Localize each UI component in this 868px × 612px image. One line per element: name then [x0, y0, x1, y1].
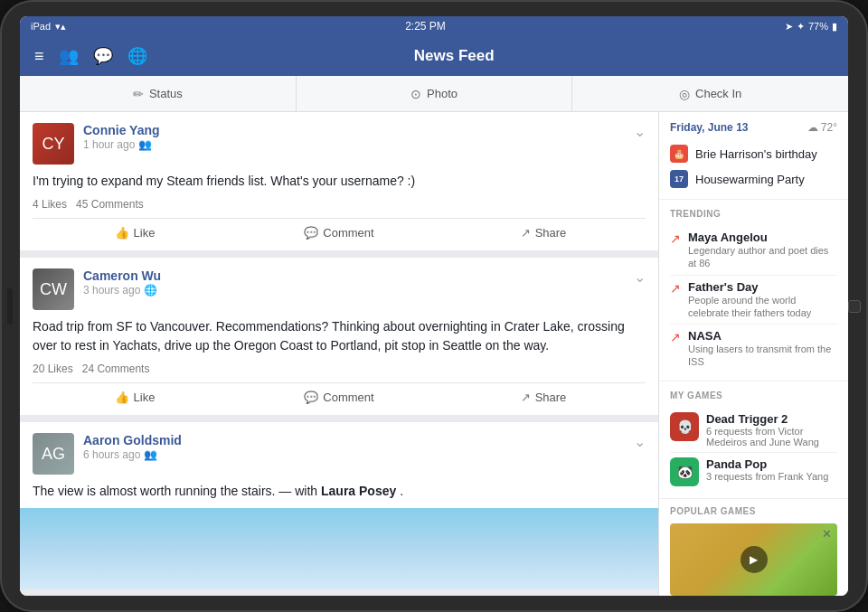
comments-count: 45 Comments [76, 198, 144, 211]
post-time: 6 hours ago 👥 [83, 448, 634, 461]
game-desc: 3 requests from Frank Yang [706, 471, 828, 482]
avatar-image: CW [33, 268, 74, 310]
avatar: CW [33, 268, 74, 310]
menu-button[interactable]: ≡ [34, 47, 44, 66]
trend-arrow-icon: ↗ [670, 281, 681, 296]
friends-icon[interactable]: 👥 [59, 46, 79, 66]
status-action[interactable]: ✏ Status [20, 76, 297, 111]
trending-item-maya[interactable]: ↗ Maya Angelou Legendary author and poet… [670, 226, 837, 276]
post-actions: 👍 Like 💬 Comment ↗ Share [33, 218, 646, 240]
like-icon: 👍 [115, 391, 129, 404]
bluetooth-icon: ✦ [797, 21, 805, 33]
share-button[interactable]: ↗ Share [441, 391, 646, 404]
birthday-icon: 🎂 [670, 145, 688, 163]
popular-games-title: POPULAR GAMES [670, 506, 837, 516]
post-header: CY Connie Yang 1 hour ago 👥 ⌄ [33, 123, 646, 165]
comment-button[interactable]: 💬 Comment [237, 391, 441, 404]
status-right: ➤ ✦ 77% ▮ [785, 21, 837, 33]
post-text: I'm trying to expand my Steam friends li… [33, 172, 646, 191]
sidebar-event-birthday[interactable]: 🎂 Brie Harrison's birthday [670, 141, 837, 166]
post-mention[interactable]: Laura Posey [321, 484, 396, 498]
share-icon: ↗ [521, 226, 531, 240]
my-games-title: MY GAMES [670, 391, 837, 400]
share-button[interactable]: ↗ Share [441, 226, 646, 240]
battery-percent: 77% [808, 21, 828, 32]
panda-pop-icon: 🐼 [670, 457, 699, 486]
game-item-dead-trigger[interactable]: 💀 Dead Trigger 2 6 requests from Victor … [670, 408, 837, 453]
photo-action[interactable]: ⊙ Photo [297, 76, 573, 111]
likes-count: 20 Likes [33, 362, 73, 375]
status-icon: ✏ [133, 87, 144, 101]
close-icon[interactable]: ✕ [822, 527, 832, 541]
sidebar-date-row: Friday, June 13 ☁ 72° [670, 121, 837, 134]
news-feed: CY Connie Yang 1 hour ago 👥 ⌄ I'm trying… [20, 112, 658, 596]
status-left: iPad ▾▴ [31, 21, 66, 33]
post-author[interactable]: Aaron Goldsmid [83, 433, 634, 447]
chat-icon[interactable]: 💬 [93, 46, 113, 66]
post-author[interactable]: Cameron Wu [83, 268, 634, 283]
sidebar-games-section: MY GAMES 💀 Dead Trigger 2 6 requests fro… [659, 381, 848, 499]
trend-desc: Using lasers to transmit from the ISS [688, 343, 837, 369]
like-button[interactable]: 👍 Like [33, 226, 237, 240]
trending-item-fathersday[interactable]: ↗ Father's Day People around the world c… [670, 276, 837, 325]
avatar: AG [33, 433, 74, 475]
action-bar: ✏ Status ⊙ Photo ◎ Check In [20, 76, 848, 112]
privacy-icon: 👥 [138, 138, 152, 151]
nav-bar: ≡ 👥 💬 🌐 News Feed [20, 36, 848, 76]
device-label: iPad [31, 21, 51, 32]
post-header: CW Cameron Wu 3 hours ago 🌐 ⌄ [33, 268, 646, 310]
sidebar-event-housewarming[interactable]: 17 Housewarming Party [670, 166, 837, 192]
share-icon: ↗ [521, 391, 531, 404]
nav-icons-left: 👥 💬 🌐 [59, 46, 147, 66]
post-dropdown[interactable]: ⌄ [634, 268, 646, 286]
sidebar: Friday, June 13 ☁ 72° 🎂 Brie Harrison's … [658, 112, 848, 596]
like-button[interactable]: 👍 Like [33, 391, 237, 404]
game-item-panda-pop[interactable]: 🐼 Panda Pop 3 requests from Frank Yang [670, 453, 837, 491]
trend-arrow-icon: ↗ [670, 330, 681, 344]
camera-icon: ⊙ [410, 87, 421, 101]
pin-icon: ◎ [679, 87, 690, 101]
post-meta: Connie Yang 1 hour ago 👥 [83, 123, 634, 151]
trend-name: Father's Day [688, 280, 837, 294]
volume-button[interactable] [7, 288, 13, 325]
trend-arrow-icon: ↗ [670, 231, 681, 246]
status-label: Status [149, 87, 183, 100]
game-name: Panda Pop [706, 457, 828, 471]
post-card: CY Connie Yang 1 hour ago 👥 ⌄ I'm trying… [20, 112, 658, 250]
post-image [20, 508, 658, 589]
post-dropdown[interactable]: ⌄ [634, 123, 646, 140]
likes-count: 4 Likes [33, 198, 67, 211]
popular-games-thumbnail[interactable]: ✕ ▶ [670, 523, 837, 596]
cloud-icon: ☁ [807, 121, 818, 134]
globe-icon[interactable]: 🌐 [127, 46, 147, 66]
privacy-icon: 👥 [144, 448, 157, 461]
play-button[interactable]: ▶ [741, 546, 768, 573]
post-time: 3 hours ago 🌐 [83, 284, 634, 297]
comments-count: 24 Comments [82, 362, 150, 375]
home-button[interactable] [848, 300, 861, 313]
post-stats: 4 Likes 45 Comments [33, 198, 646, 211]
temperature: 72° [821, 121, 837, 134]
post-meta: Cameron Wu 3 hours ago 🌐 [83, 268, 634, 297]
post-text: Road trip from SF to Vancouver. Recommen… [33, 317, 646, 355]
post-card: AG Aaron Goldsmid 6 hours ago 👥 ⌄ The [20, 422, 658, 589]
trending-item-nasa[interactable]: ↗ NASA Using lasers to transmit from the… [670, 325, 837, 373]
ipad-frame: iPad ▾▴ 2:25 PM ➤ ✦ 77% ▮ ≡ 👥 💬 🌐 News F… [0, 0, 868, 612]
post-author[interactable]: Connie Yang [83, 123, 634, 137]
post-stats: 20 Likes 24 Comments [33, 362, 646, 375]
post-text: The view is almost worth running the sta… [33, 482, 646, 501]
status-time: 2:25 PM [405, 20, 446, 33]
comment-icon: 💬 [304, 391, 318, 404]
post-actions: 👍 Like 💬 Comment ↗ Share [33, 382, 646, 404]
trending-title: TRENDING [670, 209, 837, 219]
location-icon: ➤ [785, 21, 793, 33]
avatar-image: CY [33, 123, 74, 165]
popular-games-section: POPULAR GAMES ✕ ▶ [659, 499, 848, 596]
calendar-icon: 17 [670, 170, 688, 188]
comment-button[interactable]: 💬 Comment [237, 226, 441, 240]
like-icon: 👍 [115, 226, 129, 240]
post-dropdown[interactable]: ⌄ [634, 433, 646, 450]
dead-trigger-icon: 💀 [670, 412, 699, 441]
checkin-action[interactable]: ◎ Check In [572, 76, 848, 111]
battery-icon: ▮ [832, 21, 837, 33]
